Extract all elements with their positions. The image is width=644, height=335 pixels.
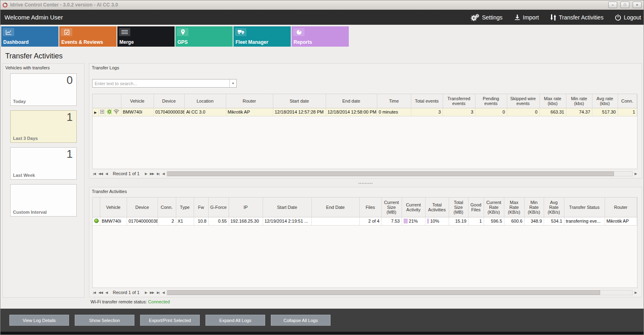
pager-next-icon[interactable]: ▶: [144, 291, 148, 294]
export-print-selected-button[interactable]: Export/Print Selected: [140, 315, 200, 326]
column-header-total-size[interactable]: Total Size (MB): [449, 198, 468, 217]
settings-button[interactable]: Settings: [471, 14, 503, 21]
column-header-g-force[interactable]: G-Force: [208, 198, 229, 217]
horizontal-scrollbar[interactable]: [166, 290, 633, 295]
scrollbar-thumb[interactable]: [167, 172, 614, 176]
nav-tile-gps[interactable]: GPS: [175, 26, 233, 47]
filter-card-last-week[interactable]: 1 Last Week: [10, 147, 77, 180]
nav-tile-reports[interactable]: Reports: [292, 26, 349, 47]
nav-tile-dashboard[interactable]: Dashboard: [1, 26, 58, 47]
pager-prev-page-icon[interactable]: ◀◀: [97, 172, 103, 176]
pager-first-icon[interactable]: |◀: [92, 291, 96, 294]
transfer-activity-row[interactable]: BMW740i 017040000038 2 X1 10.8 0.55 192.…: [93, 217, 637, 225]
column-header-device[interactable]: Device: [153, 94, 184, 108]
pager-first-icon[interactable]: |◀: [92, 172, 96, 176]
expand-row-icon[interactable]: [100, 110, 104, 114]
transfer-activities-button[interactable]: Transfer Activities: [550, 14, 603, 21]
nav-tile-fleet-manager[interactable]: Fleet Manager: [233, 26, 291, 47]
column-header-vehicle[interactable]: Vehicle: [100, 198, 127, 217]
hscroll-right-icon[interactable]: ▶: [634, 172, 638, 176]
column-header-min-rate[interactable]: Min rate (kbs): [566, 94, 592, 108]
last-3-days-count: 1: [67, 111, 73, 124]
hscroll-left-icon[interactable]: ◀: [161, 291, 165, 294]
column-header-ip[interactable]: IP: [229, 198, 263, 217]
indicator-columns-header: [93, 94, 121, 108]
column-header-total-events[interactable]: Total events: [411, 94, 443, 108]
calendar-check-icon: [61, 28, 72, 36]
column-header-end-date[interactable]: End date: [326, 94, 377, 108]
app-logo-icon: [2, 2, 8, 8]
column-header-current-activity[interactable]: Current Activity: [402, 198, 425, 217]
column-header-max-rate[interactable]: Max rate (kbs): [539, 94, 566, 108]
pager-last-icon[interactable]: ▶|: [156, 172, 160, 176]
column-header-device[interactable]: Device: [127, 198, 158, 217]
pager-prev-icon[interactable]: ◀: [105, 172, 108, 176]
logout-button[interactable]: Logout: [615, 14, 641, 21]
pager-last-icon[interactable]: ▶|: [156, 291, 160, 294]
transfer-logs-grid: Vehicle Device Location Router Start dat…: [92, 94, 638, 169]
search-dropdown-button[interactable]: ▼: [229, 79, 236, 87]
column-header-type[interactable]: Type: [176, 198, 194, 217]
column-header-conn[interactable]: Conn.: [618, 94, 637, 108]
filter-card-last-3-days[interactable]: 1 Last 3 Days: [10, 110, 77, 143]
hscroll-left-icon[interactable]: ◀: [161, 172, 165, 176]
column-header-avg-rate[interactable]: Avg Rate (KB/s): [544, 198, 564, 217]
nav-tile-events-reviews[interactable]: Events & Reviews: [59, 26, 117, 47]
import-button[interactable]: Import: [514, 14, 539, 21]
search-input[interactable]: Enter text to search... ▼: [92, 79, 237, 88]
column-header-location[interactable]: Location: [184, 94, 226, 108]
minimize-button[interactable]: –: [608, 2, 617, 8]
column-header-total-activities[interactable]: Total Activities: [425, 198, 449, 217]
pie-chart-icon: [293, 28, 305, 36]
view-log-details-button[interactable]: View Log Details: [9, 315, 69, 326]
close-button[interactable]: ×: [633, 2, 642, 8]
column-header-files[interactable]: Files: [359, 198, 381, 217]
column-header-vehicle[interactable]: Vehicle: [121, 94, 153, 108]
column-header-transfer-status[interactable]: Transfer Status: [564, 198, 605, 217]
column-header-router[interactable]: Router: [605, 198, 637, 217]
current-activity-percent: 21%: [409, 219, 418, 223]
column-header-min-rate[interactable]: Min Rate (KB/s): [524, 198, 544, 217]
horizontal-scrollbar[interactable]: [166, 171, 633, 176]
show-selection-button[interactable]: Show Selection: [75, 315, 134, 326]
maximize-button[interactable]: □: [620, 2, 629, 8]
cell-router: Mikrotik AP: [226, 108, 273, 116]
scrollbar-thumb[interactable]: [167, 290, 600, 295]
pager-prev-icon[interactable]: ◀: [105, 291, 108, 294]
column-header-current-size[interactable]: Current Size (MB): [381, 198, 402, 217]
pager-next-page-icon[interactable]: ▶▶: [149, 172, 155, 176]
column-header-skipped-wire-events[interactable]: Skipped wire events: [507, 94, 539, 108]
column-header-pending-events[interactable]: Pending events: [475, 94, 507, 108]
app-window: Idrive Control Center - 3.0.2 version - …: [0, 0, 644, 335]
column-header-time[interactable]: Time: [377, 94, 411, 108]
topbar: Welcome Admin User Settings Import: [0, 10, 644, 25]
column-header-start-date[interactable]: Start date: [273, 94, 326, 108]
today-count: 0: [67, 74, 73, 87]
pager-record-text: Record 1 of 1: [113, 171, 140, 176]
column-header-good-files[interactable]: Good Files: [468, 198, 484, 217]
transfer-activities-title: Transfer Activities: [89, 187, 642, 195]
column-header-fw[interactable]: Fw: [194, 198, 208, 217]
nav-tile-label: Reports: [294, 39, 312, 45]
filter-card-today[interactable]: 0 Today: [10, 73, 77, 106]
transfer-logs-table: Vehicle Device Location Router Start dat…: [93, 94, 637, 116]
column-header-max-rate[interactable]: Max Rate (KB/s): [504, 198, 524, 217]
column-header-start-date[interactable]: Start Date: [263, 198, 311, 217]
collapse-all-logs-button[interactable]: Collapse All Logs: [271, 315, 331, 326]
transfer-log-row[interactable]: ▶: [93, 108, 637, 116]
pager-next-icon[interactable]: ▶: [144, 172, 148, 176]
nav-tile-merge[interactable]: Merge: [117, 26, 175, 47]
column-header-end-date[interactable]: End Date: [311, 198, 359, 217]
column-header-conn[interactable]: Conn.: [158, 198, 176, 217]
filter-card-custom-interval[interactable]: Custom Interval: [10, 184, 77, 217]
column-header-transferred-events[interactable]: Transferred events: [443, 94, 475, 108]
column-header-router[interactable]: Router: [226, 94, 273, 108]
hscroll-right-icon[interactable]: ▶: [634, 291, 638, 294]
pager-next-page-icon[interactable]: ▶▶: [149, 291, 155, 294]
pager-prev-page-icon[interactable]: ◀◀: [97, 291, 103, 294]
line-chart-icon: [3, 28, 14, 36]
expand-all-logs-button[interactable]: Expand All Logs: [205, 315, 265, 326]
panel-splitter[interactable]: [89, 179, 642, 187]
column-header-avg-rate[interactable]: Avg rate (kbs): [592, 94, 618, 108]
column-header-current-rate[interactable]: Current Rate (KB/s): [484, 198, 504, 217]
